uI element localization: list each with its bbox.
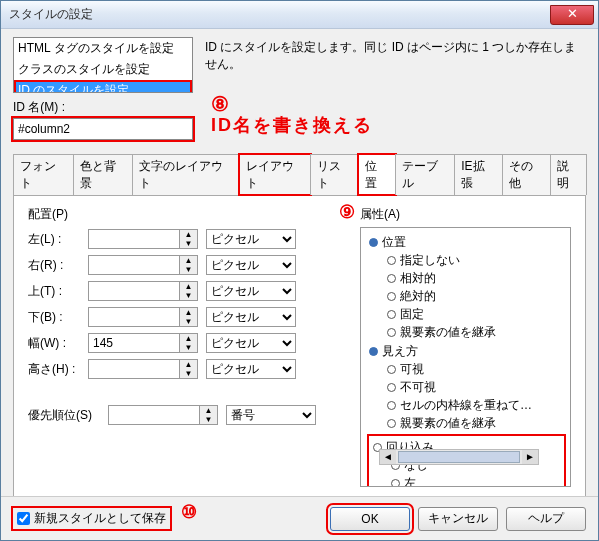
cancel-button[interactable]: キャンセル (418, 507, 498, 531)
tree-item[interactable]: 可視 (387, 361, 566, 378)
placement-row: 左(L) :▲▼ピクセル (28, 229, 348, 249)
spin-down-icon[interactable]: ▼ (180, 343, 197, 352)
spin-up-icon[interactable]: ▲ (200, 406, 217, 415)
value-input[interactable] (89, 360, 179, 378)
annotation-9: ⑨ (339, 201, 355, 223)
spin-down-icon[interactable]: ▼ (180, 317, 197, 326)
spin-down-icon[interactable]: ▼ (180, 291, 197, 300)
help-text: ID にスタイルを設定します。同じ ID はページ内に 1 つしか存在しません。 (203, 37, 586, 93)
priority-row: 優先順位(S) ▲▼ 番号 (28, 405, 348, 425)
priority-input[interactable] (109, 406, 199, 424)
tree-label: 絶対的 (400, 288, 436, 305)
scroll-left-icon[interactable]: ◄ (380, 450, 396, 464)
spin-up-icon[interactable]: ▲ (180, 256, 197, 265)
value-spinner[interactable]: ▲▼ (88, 281, 198, 301)
style-type-list[interactable]: HTML タグのスタイルを設定 クラスのスタイルを設定 ID のスタイルを設定 (13, 37, 193, 93)
spin-up-icon[interactable]: ▲ (180, 334, 197, 343)
value-spinner[interactable]: ▲▼ (88, 255, 198, 275)
spin-down-icon[interactable]: ▼ (180, 265, 197, 274)
window-title: スタイルの設定 (9, 6, 93, 23)
tree-label: 固定 (400, 306, 424, 323)
tab-9[interactable]: 説明 (550, 154, 587, 195)
radio-icon (387, 292, 396, 301)
list-item-selected[interactable]: ID のスタイルを設定 (14, 80, 192, 93)
value-input[interactable] (89, 308, 179, 326)
unit-select[interactable]: ピクセル (206, 229, 296, 249)
placement-row: 高さ(H) :▲▼ピクセル (28, 359, 348, 379)
tab-2[interactable]: 文字のレイアウト (132, 154, 239, 195)
tab-6[interactable]: テーブル (395, 154, 456, 195)
tree-item[interactable]: 親要素の値を継承 (387, 415, 566, 432)
priority-label: 優先順位(S) (28, 407, 108, 424)
ok-button[interactable]: OK (330, 507, 410, 531)
tree-label: 見え方 (382, 343, 418, 360)
value-spinner[interactable]: ▲▼ (88, 359, 198, 379)
tab-3[interactable]: レイアウト (239, 154, 311, 195)
row-label: 左(L) : (28, 231, 88, 248)
scroll-thumb[interactable] (398, 451, 520, 463)
tab-5[interactable]: 位置 (358, 154, 395, 195)
tree-item[interactable]: 絶対的 (387, 288, 566, 305)
list-item[interactable]: クラスのスタイルを設定 (14, 59, 192, 80)
content-area: HTML タグのスタイルを設定 クラスのスタイルを設定 ID のスタイルを設定 … (1, 29, 598, 489)
priority-unit-select[interactable]: 番号 (226, 405, 316, 425)
save-new-checkbox[interactable] (17, 512, 30, 525)
spin-down-icon[interactable]: ▼ (180, 239, 197, 248)
tree-item[interactable]: セルの内枠線を重ねて… (387, 397, 566, 414)
unit-select[interactable]: ピクセル (206, 359, 296, 379)
row-label: 下(B) : (28, 309, 88, 326)
radio-icon (387, 419, 396, 428)
list-item[interactable]: HTML タグのスタイルを設定 (14, 38, 192, 59)
horizontal-scrollbar[interactable]: ◄ ► (379, 449, 539, 465)
tab-4[interactable]: リスト (310, 154, 359, 195)
spin-up-icon[interactable]: ▲ (180, 230, 197, 239)
tree-item[interactable]: 不可視 (387, 379, 566, 396)
tree-group-header[interactable]: 見え方 (369, 343, 566, 360)
help-button[interactable]: ヘルプ (506, 507, 586, 531)
tree-group: 位置指定しない相対的絶対的固定親要素の値を継承 (367, 234, 566, 341)
id-name-input[interactable] (13, 118, 193, 140)
unit-select[interactable]: ピクセル (206, 281, 296, 301)
tree-item[interactable]: 相対的 (387, 270, 566, 287)
save-new-label: 新規スタイルとして保存 (34, 510, 166, 527)
unit-select[interactable]: ピクセル (206, 333, 296, 353)
close-button[interactable]: ✕ (550, 5, 594, 25)
tree-item[interactable]: 親要素の値を継承 (387, 324, 566, 341)
tab-8[interactable]: その他 (502, 154, 551, 195)
value-input[interactable] (89, 230, 179, 248)
spin-up-icon[interactable]: ▲ (180, 282, 197, 291)
row-label: 上(T) : (28, 283, 88, 300)
tree-item[interactable]: 固定 (387, 306, 566, 323)
tab-7[interactable]: IE拡張 (454, 154, 502, 195)
tree-label: 不可視 (400, 379, 436, 396)
placement-row: 右(R) :▲▼ピクセル (28, 255, 348, 275)
tree-item[interactable]: 指定しない (387, 252, 566, 269)
save-new-checkbox-wrap[interactable]: 新規スタイルとして保存 (13, 508, 170, 529)
unit-select[interactable]: ピクセル (206, 307, 296, 327)
value-spinner[interactable]: ▲▼ (88, 333, 198, 353)
radio-icon (387, 256, 396, 265)
placement-row: 上(T) :▲▼ピクセル (28, 281, 348, 301)
value-input[interactable] (89, 282, 179, 300)
spin-down-icon[interactable]: ▼ (180, 369, 197, 378)
spin-up-icon[interactable]: ▲ (180, 308, 197, 317)
spin-up-icon[interactable]: ▲ (180, 360, 197, 369)
spin-down-icon[interactable]: ▼ (200, 415, 217, 424)
scroll-right-icon[interactable]: ► (522, 450, 538, 464)
row-label: 高さ(H) : (28, 361, 88, 378)
value-spinner[interactable]: ▲▼ (88, 307, 198, 327)
titlebar: スタイルの設定 ✕ (1, 1, 598, 29)
tree-item[interactable]: 左 (391, 475, 562, 487)
priority-spinner[interactable]: ▲▼ (108, 405, 218, 425)
value-input[interactable] (89, 256, 179, 274)
attributes-tree[interactable]: 位置指定しない相対的絶対的固定親要素の値を継承見え方可視不可視セルの内枠線を重ね… (360, 227, 571, 487)
tab-0[interactable]: フォント (13, 154, 74, 195)
value-spinner[interactable]: ▲▼ (88, 229, 198, 249)
unit-select[interactable]: ピクセル (206, 255, 296, 275)
tree-group-header[interactable]: 位置 (369, 234, 566, 251)
value-input[interactable] (89, 334, 179, 352)
tab-1[interactable]: 色と背景 (73, 154, 134, 195)
radio-icon (369, 238, 378, 247)
tree-group: 見え方可視不可視セルの内枠線を重ねて…親要素の値を継承 (367, 343, 566, 432)
annotation-10: ⑩ (181, 501, 197, 523)
